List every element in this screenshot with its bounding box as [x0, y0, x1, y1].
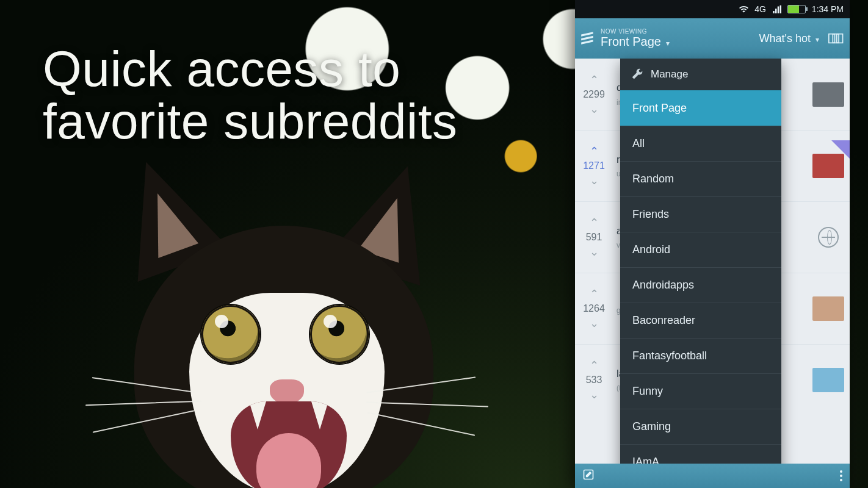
upvote-button[interactable]: ⌃ — [590, 289, 599, 300]
post-score: 591 — [586, 232, 602, 243]
network-label: 4G — [754, 4, 766, 14]
upvote-button[interactable]: ⌃ — [590, 217, 599, 228]
bottom-bar — [575, 464, 850, 488]
upvote-button[interactable]: ⌃ — [590, 74, 599, 85]
subreddit-item[interactable]: Friends — [620, 196, 781, 232]
manage-label: Manage — [651, 68, 688, 81]
downvote-button[interactable]: ⌄ — [590, 389, 599, 400]
post-thumbnail[interactable] — [807, 59, 850, 130]
tabs-icon[interactable] — [823, 32, 850, 45]
signal-icon — [772, 5, 781, 14]
vote-column: ⌃1264⌄ — [575, 273, 613, 344]
battery-icon — [787, 5, 806, 13]
vote-column: ⌃2299⌄ — [575, 59, 613, 130]
post-score: 2299 — [583, 89, 605, 100]
post-score: 1271 — [583, 160, 605, 171]
app-bar: NOW VIEWING Front Page▾ What's hot▾ — [575, 18, 850, 59]
post-thumbnail[interactable] — [807, 345, 850, 415]
wrench-icon — [631, 68, 643, 81]
app-logo-icon[interactable] — [575, 30, 601, 46]
clock: 1:34 PM — [812, 4, 844, 14]
sort-picker[interactable]: What's hot▾ — [759, 32, 823, 45]
subreddit-dropdown: Manage Front PageAllRandomFriendsAndroid… — [620, 59, 781, 479]
overflow-menu-button[interactable] — [840, 470, 842, 481]
post-thumbnail[interactable] — [807, 202, 850, 273]
kitten-illustration — [110, 152, 488, 488]
manage-button[interactable]: Manage — [620, 59, 781, 90]
downvote-button[interactable]: ⌄ — [590, 246, 599, 257]
new-indicator-icon — [831, 140, 850, 159]
upvote-button[interactable]: ⌃ — [590, 146, 599, 157]
vote-column: ⌃591⌄ — [575, 202, 613, 273]
downvote-button[interactable]: ⌄ — [590, 104, 599, 115]
upvote-button[interactable]: ⌃ — [590, 360, 599, 371]
subreddit-item[interactable]: Front Page — [620, 90, 781, 126]
vote-column: ⌃1271⌄ — [575, 131, 613, 201]
post-thumbnail[interactable] — [807, 273, 850, 344]
marketing-headline: Quick access to favorite subreddits — [43, 43, 519, 148]
now-viewing-label: NOW VIEWING — [601, 28, 670, 35]
svg-rect-2 — [837, 34, 843, 43]
subreddit-item[interactable]: Funny — [620, 373, 781, 409]
subreddit-item[interactable]: Random — [620, 161, 781, 196]
subreddit-item[interactable]: Gaming — [620, 409, 781, 444]
subreddit-item[interactable]: Baconreader — [620, 303, 781, 338]
compose-button[interactable] — [582, 468, 595, 484]
vote-column: ⌃533⌄ — [575, 345, 613, 415]
post-score: 533 — [586, 375, 602, 386]
globe-icon — [818, 227, 839, 248]
phone-frame: 4G 1:34 PM NOW VIEWING Front Page▾ What'… — [575, 0, 850, 488]
subreddit-item[interactable]: Android — [620, 232, 781, 267]
downvote-button[interactable]: ⌄ — [590, 175, 599, 186]
wifi-icon — [739, 5, 748, 14]
headline-line-1: Quick access to — [43, 41, 400, 96]
svg-rect-0 — [829, 34, 835, 43]
page-title: Front Page▾ — [601, 35, 670, 49]
status-bar: 4G 1:34 PM — [575, 0, 850, 18]
subreddit-item[interactable]: Androidapps — [620, 267, 781, 303]
post-score: 1264 — [583, 303, 605, 314]
page-picker[interactable]: NOW VIEWING Front Page▾ — [601, 28, 670, 49]
subreddit-item[interactable]: Fantasyfootball — [620, 338, 781, 373]
downvote-button[interactable]: ⌄ — [590, 318, 599, 329]
headline-line-2: favorite subreddits — [43, 93, 458, 149]
svg-rect-1 — [833, 34, 839, 43]
subreddit-item[interactable]: All — [620, 126, 781, 161]
